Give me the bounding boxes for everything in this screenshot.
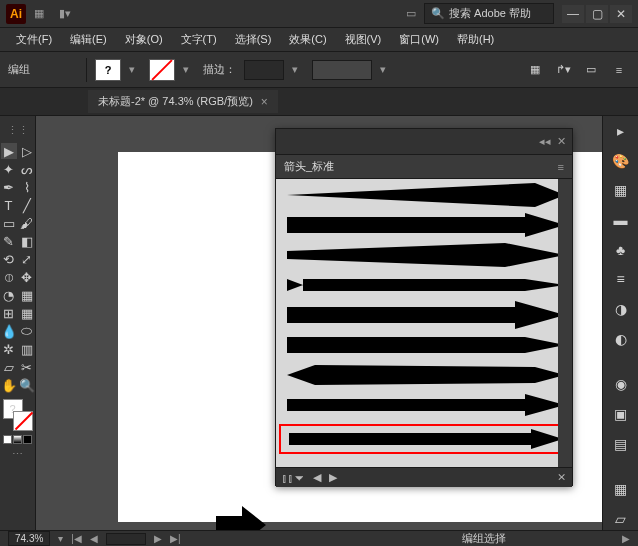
scale-tool[interactable]: ⤢ [19, 251, 35, 267]
nav-last-icon[interactable]: ▶| [170, 533, 181, 544]
collapse-icon[interactable]: ◂◂ [539, 135, 551, 148]
toolbox-more-icon[interactable]: ⋯ [12, 448, 23, 461]
stroke-panel-icon[interactable]: ≡ [610, 269, 632, 291]
stroke-swatch[interactable] [149, 59, 175, 81]
curvature-tool[interactable]: ⌇ [19, 179, 35, 195]
brush-tool[interactable]: 🖌 [19, 215, 35, 231]
menu-edit[interactable]: 编辑(E) [62, 29, 115, 50]
hand-tool[interactable]: ✋ [1, 377, 17, 393]
type-tool[interactable]: T [1, 197, 17, 213]
properties-panel-icon[interactable]: ▸ [610, 120, 632, 142]
artboard-number-field[interactable] [106, 533, 146, 545]
eraser-tool[interactable]: ◧ [19, 233, 35, 249]
nav-first-icon[interactable]: |◀ [71, 533, 82, 544]
fill-swatch[interactable]: ? [95, 59, 121, 81]
arrange-icon[interactable]: ▮▾ [53, 4, 77, 24]
transform-icon[interactable]: ↱▾ [552, 59, 574, 81]
nav-next-icon[interactable]: ▶ [154, 533, 162, 544]
menu-help[interactable]: 帮助(H) [449, 29, 502, 50]
graphic-styles-panel-icon[interactable]: ▣ [610, 403, 632, 425]
arrow-symbol-5[interactable] [280, 301, 570, 329]
gradient-panel-icon[interactable]: ◑ [610, 298, 632, 320]
symbol-sprayer-tool[interactable]: ✲ [1, 341, 17, 357]
stroke-color[interactable] [13, 411, 33, 431]
zoom-level[interactable]: 74.3% [8, 531, 50, 546]
panel-tab[interactable]: 箭头_标准 ≡ [276, 155, 572, 179]
menu-type[interactable]: 文字(T) [173, 29, 225, 50]
artboards-panel-icon[interactable]: ▱ [610, 508, 632, 530]
arrow-symbol-6[interactable] [280, 331, 570, 359]
menu-file[interactable]: 文件(F) [8, 29, 60, 50]
mesh-tool[interactable]: ⊞ [1, 305, 17, 321]
align-icon[interactable]: ▦ [524, 59, 546, 81]
document-tab[interactable]: 未标题-2* @ 74.3% (RGB/预览) × [88, 90, 278, 113]
gradient-tool[interactable]: ▦ [19, 305, 35, 321]
panel-menu-icon[interactable]: ≡ [608, 59, 630, 81]
close-panel-icon[interactable]: ✕ [557, 135, 566, 148]
asset-export-panel-icon[interactable]: ▦ [610, 479, 632, 501]
brushes-panel-icon[interactable]: ▬ [610, 209, 632, 231]
arrow-symbol-on-canvas[interactable] [216, 506, 266, 530]
arrow-symbol-7[interactable] [280, 361, 570, 389]
opacity-field[interactable] [312, 60, 372, 80]
chevron-down-icon[interactable]: ▾ [183, 63, 195, 76]
prev-library-icon[interactable]: ◀ [313, 471, 321, 484]
arrow-symbol-8[interactable] [280, 391, 570, 419]
arrow-symbol-9-selected[interactable] [280, 425, 570, 453]
shaper-tool[interactable]: ✎ [1, 233, 17, 249]
shape-builder-tool[interactable]: ◔ [1, 287, 17, 303]
menu-object[interactable]: 对象(O) [117, 29, 171, 50]
slice-tool[interactable]: ✂ [19, 359, 35, 375]
menu-select[interactable]: 选择(S) [227, 29, 280, 50]
menu-effect[interactable]: 效果(C) [281, 29, 334, 50]
color-mode-switches[interactable] [3, 435, 32, 444]
width-tool[interactable]: ⦶ [1, 269, 17, 285]
symbols-panel-icon[interactable]: ♣ [610, 239, 632, 261]
menu-window[interactable]: 窗口(W) [391, 29, 447, 50]
nav-prev-icon[interactable]: ◀ [90, 533, 98, 544]
arrow-symbol-1[interactable] [280, 181, 570, 209]
delete-symbol-icon[interactable]: ⨯ [557, 471, 566, 484]
maximize-button[interactable]: ▢ [586, 5, 608, 23]
arrow-symbol-4[interactable] [280, 271, 570, 299]
zoom-dropdown-icon[interactable]: ▾ [58, 533, 63, 544]
stroke-weight-input[interactable] [244, 60, 284, 80]
layers-panel-icon[interactable]: ▤ [610, 433, 632, 455]
minimize-button[interactable]: — [562, 5, 584, 23]
selection-tool[interactable]: ▶ [1, 143, 17, 159]
close-tab-icon[interactable]: × [261, 95, 268, 109]
magic-wand-tool[interactable]: ✦ [1, 161, 17, 177]
library-menu-icon[interactable]: ⫿⫿⏷ [282, 472, 305, 484]
sync-icon[interactable]: ▭ [399, 4, 423, 24]
close-button[interactable]: ✕ [610, 5, 632, 23]
transparency-panel-icon[interactable]: ◐ [610, 328, 632, 350]
arrow-symbol-3[interactable] [280, 241, 570, 269]
status-menu-icon[interactable]: ▶ [622, 533, 630, 544]
blend-tool[interactable]: ⬭ [19, 323, 35, 339]
artboard-tool[interactable]: ▱ [1, 359, 17, 375]
swatches-panel-icon[interactable]: ▦ [610, 179, 632, 201]
chevron-down-icon[interactable]: ▾ [380, 63, 392, 76]
scrollbar[interactable] [558, 179, 572, 467]
next-library-icon[interactable]: ▶ [329, 471, 337, 484]
eyedropper-tool[interactable]: 💧 [1, 323, 17, 339]
help-search[interactable]: 🔍 搜索 Adobe 帮助 [424, 3, 554, 24]
graph-tool[interactable]: ▥ [19, 341, 35, 357]
panel-menu-icon[interactable]: ≡ [558, 161, 564, 173]
appearance-panel-icon[interactable]: ◉ [610, 374, 632, 396]
arrow-symbol-2[interactable] [280, 211, 570, 239]
panel-header[interactable]: ◂◂ ✕ [276, 129, 572, 155]
fill-stroke-control[interactable]: ? [3, 399, 33, 431]
lasso-tool[interactable]: ᔕ [19, 161, 35, 177]
bridge-icon[interactable]: ▦ [27, 4, 51, 24]
perspective-tool[interactable]: ▦ [19, 287, 35, 303]
direct-selection-tool[interactable]: ▷ [19, 143, 35, 159]
menu-view[interactable]: 视图(V) [337, 29, 390, 50]
color-panel-icon[interactable]: 🎨 [610, 150, 632, 172]
chevron-down-icon[interactable]: ▾ [292, 63, 304, 76]
line-tool[interactable]: ╱ [19, 197, 35, 213]
rectangle-tool[interactable]: ▭ [1, 215, 17, 231]
zoom-tool[interactable]: 🔍 [19, 377, 35, 393]
isolate-icon[interactable]: ▭ [580, 59, 602, 81]
pen-tool[interactable]: ✒ [1, 179, 17, 195]
